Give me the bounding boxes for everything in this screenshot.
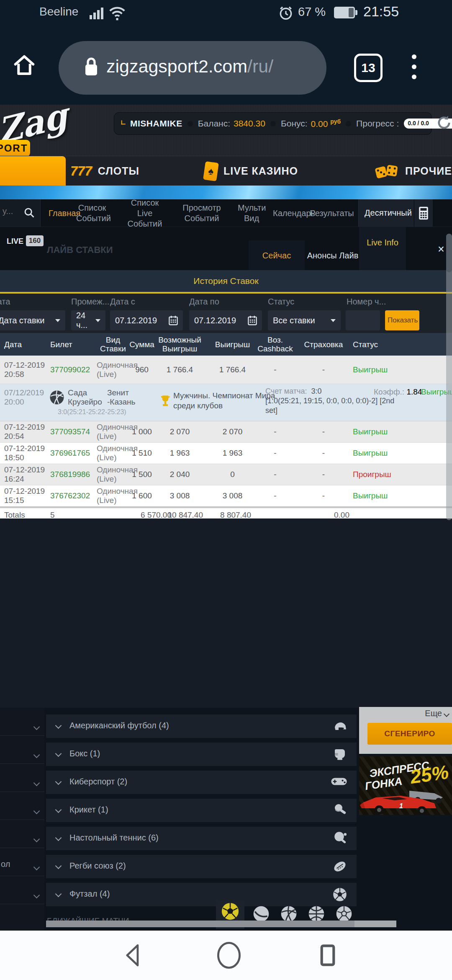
search-icon[interactable] (23, 207, 35, 219)
bet-ticket-link[interactable]: 377093574 (50, 427, 95, 436)
divider-dot (187, 121, 193, 126)
table-header-row: Дата Билет ВидСтавки Сумма ВозможныйВыиг… (0, 333, 452, 356)
divider-dot (346, 121, 351, 126)
calendar-icon[interactable] (248, 315, 257, 325)
interval-select[interactable]: 24 ч... (71, 310, 105, 330)
bet-ticket-link[interactable]: 376961765 (50, 449, 95, 458)
bet-status: Выигрыш (353, 427, 401, 436)
search-box[interactable] (0, 199, 41, 227)
nav-item-results[interactable]: Результаты (310, 208, 354, 218)
show-button[interactable]: Показать (385, 310, 419, 330)
more-link[interactable]: Еще (425, 709, 449, 718)
home-button[interactable] (215, 941, 243, 970)
status-select[interactable]: Все ставки (268, 310, 341, 330)
nav-item-calendar[interactable]: Календарь (273, 208, 313, 218)
search-input[interactable] (2, 206, 23, 217)
bonus-label: Бонус: (281, 119, 308, 129)
tab-now[interactable]: Сейчас (249, 240, 305, 271)
upcoming-table-fragment (46, 921, 354, 927)
filter-number-label: Номер ч... (347, 297, 393, 307)
browser-toolbar: zigzagsport2.com/ru/ 13 (0, 23, 452, 105)
tab-count-button[interactable]: 13 (354, 54, 383, 82)
express-race-banner[interactable]: ЭКСПРЕСС ГОНКА 25% 1 (359, 756, 452, 815)
tab-other[interactable]: ПРОЧИЕ (376, 156, 452, 186)
bet-insurance: - (300, 365, 347, 374)
tab-live-casino[interactable]: ♠ LIVE КАЗИНО (204, 156, 298, 186)
url-text[interactable]: zigzagsport2.com/ru/ (106, 56, 273, 77)
account-chevron-icon[interactable] (120, 119, 126, 126)
date-from-input[interactable]: 07.12.2019 (110, 310, 183, 330)
bet-type: Одиночная(Live) (97, 361, 129, 379)
bet-possible-win: 1 766.4 (156, 365, 204, 374)
date-to-input[interactable]: 07.12.2019 (189, 310, 262, 330)
cut-label: ол (1, 859, 10, 869)
tab-live-info[interactable]: Live Info (359, 227, 406, 271)
nav-item-event-list[interactable]: СписокСобытий (76, 203, 108, 224)
table-row[interactable]: 07-12-201916:24 376819986 Одиночная(Live… (0, 464, 452, 485)
trophy-icon (160, 395, 170, 407)
sport-accordion-rugby[interactable]: Регби союз (2) (46, 855, 357, 878)
sport-accordion-boxing[interactable]: Бокс (1) (46, 743, 357, 766)
bet-number-field[interactable] (351, 315, 377, 326)
nav-item-event-view[interactable]: ПросмотрСобытий (182, 203, 222, 224)
account-bar[interactable]: MISHAMIKE Баланс: 3840.30 Бонус: 0.00 ру… (114, 112, 432, 135)
tab-slots-label: СЛОТЫ (98, 165, 139, 177)
bet-history-title: История Ставок (0, 276, 452, 286)
sport-accordion-futsal[interactable]: Футзал (4) (46, 883, 357, 906)
currency-label: руб (330, 118, 341, 125)
nav-item-live-list[interactable]: Список LiveСобытий (124, 197, 166, 229)
battery-icon (334, 7, 355, 18)
tab-sport-active[interactable] (0, 156, 66, 186)
table-row[interactable]: 07-12-201920:54 377093574 Одиночная(Live… (0, 421, 452, 443)
refresh-icon[interactable] (435, 114, 452, 132)
back-button[interactable] (121, 942, 145, 968)
bet-detail-row[interactable]: 07/12/201920:00 СадаКрузейро Зенит-Казан… (0, 384, 452, 421)
recents-button[interactable] (316, 942, 340, 968)
scrollbar-thumb[interactable] (446, 234, 452, 272)
bet-type: Одиночная(Live) (97, 423, 129, 441)
dice-icon (376, 162, 399, 181)
filter-date-from-label: Дата с (110, 297, 135, 307)
bet-type: Одиночная(Live) (97, 444, 129, 462)
calendar-icon[interactable] (169, 315, 178, 325)
promo-strip (0, 186, 452, 199)
tab-live-casino-label: LIVE КАЗИНО (223, 165, 298, 177)
close-icon[interactable]: × (438, 243, 444, 256)
balance-label: Баланс: (198, 119, 230, 129)
sport-accordion-esports[interactable]: Киберспорт (2) (46, 771, 357, 794)
odds-format-select[interactable]: Десятичный (358, 199, 413, 227)
home-icon[interactable] (12, 53, 37, 78)
site-header: Zag PORT MISHAMIKE Баланс: 3840.30 Бонус… (0, 105, 452, 156)
table-row[interactable]: 07-12-201915:15 376762302 Одиночная(Live… (0, 485, 452, 507)
sport-accordion-cricket[interactable]: Крикет (1) (46, 799, 357, 822)
bet-number-input[interactable] (346, 310, 380, 330)
filter-date-to-label: Дата по (189, 297, 219, 307)
nav-item-multi-view[interactable]: МультиВид (238, 203, 265, 224)
carrier-label: Beeline (39, 5, 78, 18)
generate-button[interactable]: СГЕНЕРИРО (367, 723, 452, 745)
tab-live-announcements[interactable]: Анонсы Лайв (305, 240, 361, 271)
bet-date: 07-12-201918:50 (4, 444, 49, 462)
bet-ticket-link[interactable]: 376819986 (50, 470, 95, 479)
bet-cashback: - (255, 470, 295, 479)
table-row[interactable]: 07-12-201918:50 376961765 Одиночная(Live… (0, 443, 452, 464)
sport-accordion-american-football[interactable]: Американский футбол (4) (46, 714, 357, 738)
football-icon[interactable] (221, 902, 240, 921)
table-row[interactable]: 07-12-201920:58 377099022 Одиночная(Live… (0, 356, 452, 384)
calculator-button[interactable] (414, 199, 433, 227)
bet-ticket-link[interactable]: 376762302 (50, 491, 95, 500)
date-type-select[interactable]: Дата ставки (0, 310, 65, 330)
battery-percent-label: 67 % (298, 5, 326, 19)
nav-item-home[interactable]: Главная (49, 208, 72, 218)
url-path: /ru/ (247, 56, 273, 76)
futsal-ball-icon (332, 887, 347, 902)
bet-ticket-link[interactable]: 377099022 (50, 365, 95, 374)
tab-slots[interactable]: 777 СЛОТЫ (70, 156, 139, 186)
bet-cashback: - (255, 491, 295, 500)
sport-accordion-table-tennis[interactable]: Настольный теннис (6) (46, 827, 357, 850)
race-car-image: 1 (359, 788, 452, 815)
event-datetime: 07/12/201920:00 (4, 388, 44, 407)
browser-menu-icon[interactable] (412, 54, 417, 80)
signal-strength-icon (90, 6, 105, 19)
page-scrollbar[interactable] (446, 234, 452, 520)
